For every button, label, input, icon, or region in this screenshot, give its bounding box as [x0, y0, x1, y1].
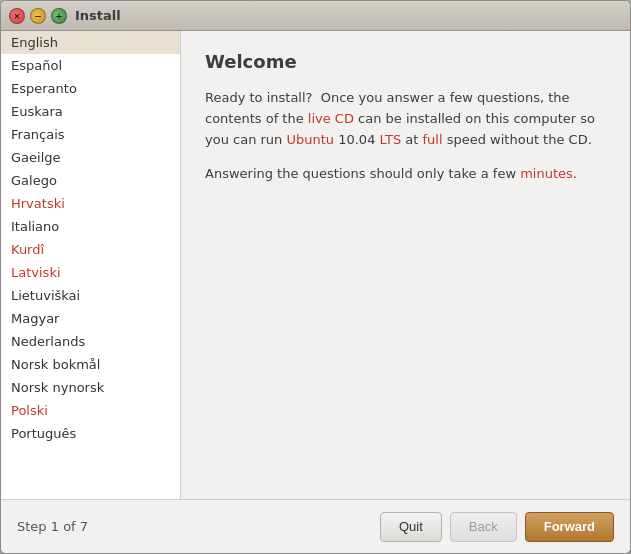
- language-item[interactable]: Italiano: [1, 215, 180, 238]
- close-button[interactable]: ×: [9, 8, 25, 24]
- language-item[interactable]: Kurdî: [1, 238, 180, 261]
- language-panel: EnglishEspañolEsperantoEuskaraFrançaisGa…: [1, 31, 181, 499]
- language-item[interactable]: Lietuviškai: [1, 284, 180, 307]
- language-list[interactable]: EnglishEspañolEsperantoEuskaraFrançaisGa…: [1, 31, 180, 499]
- minimize-button[interactable]: −: [30, 8, 46, 24]
- welcome-title: Welcome: [205, 51, 606, 72]
- main-content: EnglishEspañolEsperantoEuskaraFrançaisGa…: [1, 31, 630, 499]
- language-item[interactable]: Esperanto: [1, 77, 180, 100]
- minutes-link: minutes: [520, 166, 573, 181]
- quit-button[interactable]: Quit: [380, 512, 442, 542]
- language-item[interactable]: Português: [1, 422, 180, 445]
- minimize-icon: −: [34, 11, 42, 21]
- language-item[interactable]: Nederlands: [1, 330, 180, 353]
- language-item[interactable]: Magyar: [1, 307, 180, 330]
- back-button: Back: [450, 512, 517, 542]
- titlebar: × − + Install: [1, 1, 630, 31]
- welcome-para2: Answering the questions should only take…: [205, 164, 606, 185]
- language-item[interactable]: Euskara: [1, 100, 180, 123]
- language-item[interactable]: English: [1, 31, 180, 54]
- forward-button[interactable]: Forward: [525, 512, 614, 542]
- language-item[interactable]: Norsk bokmål: [1, 353, 180, 376]
- full-link: full: [423, 132, 443, 147]
- step-label: Step 1 of 7: [17, 519, 380, 534]
- footer: Step 1 of 7 Quit Back Forward: [1, 499, 630, 553]
- window-title: Install: [75, 8, 121, 23]
- language-item[interactable]: Español: [1, 54, 180, 77]
- window-controls: × − +: [9, 8, 67, 24]
- install-window: × − + Install EnglishEspañolEsperantoEus…: [0, 0, 631, 554]
- maximize-button[interactable]: +: [51, 8, 67, 24]
- language-item[interactable]: Galego: [1, 169, 180, 192]
- language-item[interactable]: Gaeilge: [1, 146, 180, 169]
- welcome-panel: Welcome Ready to install? Once you answe…: [181, 31, 630, 499]
- maximize-icon: +: [55, 11, 63, 21]
- live-cd-link: live CD: [308, 111, 354, 126]
- language-item[interactable]: Français: [1, 123, 180, 146]
- footer-buttons: Quit Back Forward: [380, 512, 614, 542]
- language-item[interactable]: Norsk nynorsk: [1, 376, 180, 399]
- ubuntu-link: Ubuntu: [286, 132, 334, 147]
- language-item[interactable]: Hrvatski: [1, 192, 180, 215]
- language-item[interactable]: Latviski: [1, 261, 180, 284]
- lts-link: LTS: [380, 132, 402, 147]
- close-icon: ×: [13, 11, 21, 21]
- language-item[interactable]: Polski: [1, 399, 180, 422]
- welcome-para1: Ready to install? Once you answer a few …: [205, 88, 606, 150]
